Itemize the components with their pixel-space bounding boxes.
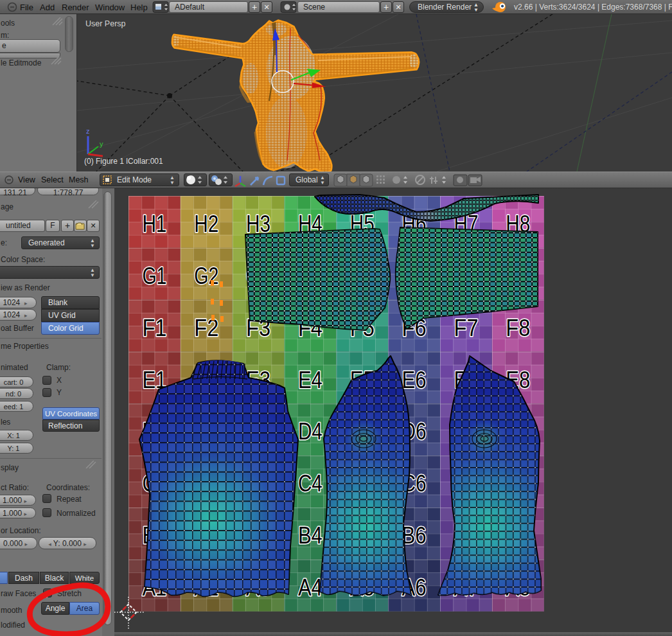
- svg-text:G1: G1: [142, 263, 166, 289]
- svg-text:H2: H2: [194, 211, 218, 237]
- svg-text:F2: F2: [194, 315, 218, 341]
- svg-text:z: z: [86, 127, 90, 135]
- svg-text:H1: H1: [142, 211, 166, 237]
- svg-text:E6: E6: [402, 367, 427, 393]
- svg-text:D4: D4: [298, 418, 323, 445]
- svg-text:E4: E4: [298, 367, 323, 393]
- svg-text:F8: F8: [506, 315, 530, 341]
- svg-text:G2: G2: [194, 263, 218, 289]
- svg-text:A4: A4: [298, 574, 323, 601]
- svg-text:F1: F1: [142, 315, 166, 341]
- svg-text:y: y: [100, 140, 103, 148]
- svg-text:C4: C4: [298, 470, 323, 497]
- svg-text:B4: B4: [298, 522, 323, 549]
- svg-text:B6: B6: [402, 522, 427, 549]
- svg-text:F7: F7: [454, 315, 479, 341]
